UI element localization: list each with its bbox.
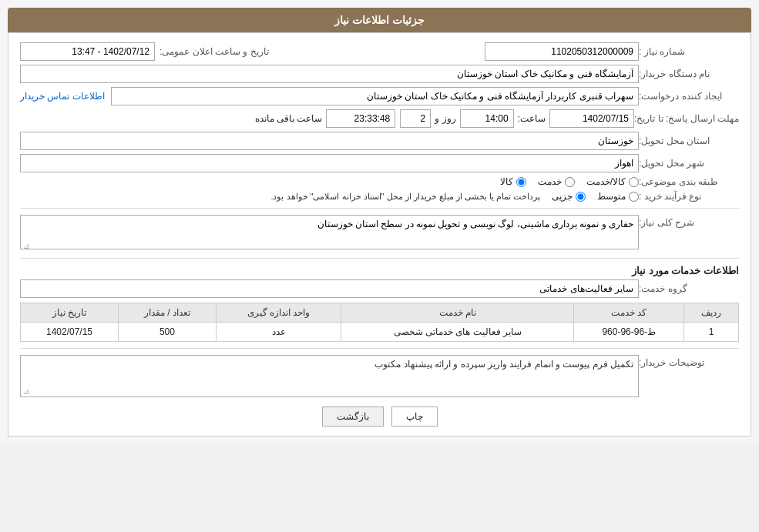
response-deadline-label: مهلت ارسال پاسخ: تا تاریخ:	[634, 113, 739, 124]
services-table: ردیف کد خدمت نام خدمت واحد اندازه گیری ت…	[20, 303, 739, 342]
divider-2	[20, 258, 739, 259]
response-days-label: روز و	[435, 113, 455, 124]
delivery-province-label: استان محل تحویل:	[639, 136, 739, 146]
requester-row: ایجاد کننده درخواست: اطلاعات تماس خریدار	[20, 87, 739, 105]
print-button[interactable]: چاپ	[391, 407, 438, 427]
delivery-city-label: شهر محل تحویل:	[639, 158, 739, 169]
table-cell-qty: 500	[118, 323, 216, 342]
response-time-input[interactable]	[460, 109, 514, 128]
announce-datetime-label: تاریخ و ساعت اعلان عمومی:	[160, 46, 269, 57]
buyer-desc-content: تکمیل فرم پیوست و انمام فرایند واریز سپر…	[20, 355, 639, 397]
buyer-org-row: نام دستگاه خریدار:	[20, 65, 739, 83]
divider-3	[20, 348, 739, 349]
table-cell-row: 1	[684, 323, 739, 342]
table-cell-date: 1402/07/15	[21, 323, 119, 342]
category-kala-khadamat-option[interactable]: کالا/خدمت	[586, 176, 639, 187]
back-button[interactable]: بازگشت	[322, 407, 384, 427]
service-group-row: گروه خدمت:	[20, 279, 739, 298]
need-number-label: شماره نیاز :	[639, 46, 739, 57]
requester-input[interactable]	[111, 87, 639, 105]
col-header-row: ردیف	[684, 303, 739, 323]
need-number-row: شماره نیاز : تاریخ و ساعت اعلان عمومی:	[20, 42, 739, 61]
response-remaining-label: ساعت باقی مانده	[255, 113, 323, 124]
table-cell-name: سایر فعالیت های خدماتی شخصی	[341, 323, 574, 342]
category-label: طبقه بندی موضوعی:	[639, 176, 739, 187]
buyer-org-input[interactable]	[20, 65, 639, 83]
description-textarea[interactable]	[20, 215, 639, 249]
response-time-label: ساعت:	[518, 113, 546, 124]
resize-handle-desc-icon: ⊿	[22, 388, 29, 396]
table-cell-unit: عدد	[216, 323, 341, 342]
category-khadamat-option[interactable]: خدمت	[538, 176, 575, 187]
description-label: شرح کلی نیاز:	[639, 215, 739, 228]
service-group-label: گروه خدمت:	[639, 283, 739, 294]
delivery-province-row: استان محل تحویل:	[20, 132, 739, 150]
purchase-type-note: پرداخت تمام یا بخشی از مبلغ خریدار از مح…	[270, 192, 540, 202]
category-kala-radio[interactable]	[516, 177, 526, 187]
purchase-motevaset-label: متوسط	[597, 191, 626, 202]
purchase-motevaset-option[interactable]: متوسط	[597, 191, 639, 202]
purchase-type-label: نوع فرآیند خرید :	[639, 191, 739, 202]
delivery-city-input[interactable]	[20, 154, 639, 172]
table-row: 1ط-96-96-960سایر فعالیت های خدماتی شخصیع…	[21, 323, 739, 342]
divider-1	[20, 208, 739, 209]
category-kala-label: کالا	[500, 176, 513, 187]
contact-info-link[interactable]: اطلاعات تماس خریدار	[20, 91, 105, 102]
col-header-name: نام خدمت	[341, 303, 574, 323]
response-days-input[interactable]	[400, 109, 431, 128]
category-khadamat-label: خدمت	[538, 176, 562, 187]
category-kala-khadamat-label: کالا/خدمت	[586, 176, 626, 187]
col-header-code: کد خدمت	[574, 303, 684, 323]
response-remaining-input[interactable]	[326, 109, 395, 128]
purchase-jazei-option[interactable]: جزیی	[552, 191, 586, 202]
buyer-desc-label: توضیحات خریدار:	[639, 355, 739, 368]
purchase-jazei-radio[interactable]	[576, 192, 586, 202]
requester-label: ایجاد کننده درخواست:	[639, 91, 739, 102]
services-section-title: اطلاعات خدمات مورد نیاز	[20, 265, 739, 276]
service-group-input[interactable]	[20, 279, 639, 298]
delivery-city-row: شهر محل تحویل:	[20, 154, 739, 172]
purchase-jazei-label: جزیی	[552, 191, 573, 202]
purchase-type-row: نوع فرآیند خرید : متوسط جزیی پرداخت تمام…	[20, 191, 739, 202]
resize-handle-icon: ⊿	[22, 243, 29, 250]
category-row: طبقه بندی موضوعی: کالا/خدمت خدمت کالا	[20, 176, 739, 187]
category-kala-option[interactable]: کالا	[500, 176, 526, 187]
button-row: چاپ بازگشت	[20, 407, 739, 427]
col-header-qty: تعداد / مقدار	[118, 303, 216, 323]
col-header-date: تاریخ نیاز	[21, 303, 119, 323]
need-number-input[interactable]	[485, 42, 639, 61]
purchase-type-radio-group: متوسط جزیی	[552, 191, 639, 202]
category-radio-group: کالا/خدمت خدمت کالا	[500, 176, 639, 187]
purchase-motevaset-radio[interactable]	[629, 192, 639, 202]
announce-datetime-input[interactable]	[20, 42, 155, 61]
response-date-input[interactable]	[549, 109, 634, 128]
main-content: شماره نیاز : تاریخ و ساعت اعلان عمومی: ن…	[8, 32, 751, 437]
delivery-province-input[interactable]	[20, 132, 639, 150]
category-khadamat-radio[interactable]	[565, 177, 575, 187]
description-row: شرح کلی نیاز: ⊿	[20, 215, 739, 252]
response-deadline-row: مهلت ارسال پاسخ: تا تاریخ: ساعت: روز و س…	[20, 109, 739, 128]
col-header-unit: واحد اندازه گیری	[216, 303, 341, 323]
page-header: جزئیات اطلاعات نیاز	[8, 8, 751, 32]
category-kala-khadamat-radio[interactable]	[629, 177, 639, 187]
table-cell-code: ط-96-96-960	[574, 323, 684, 342]
buyer-desc-row: توضیحات خریدار: تکمیل فرم پیوست و انمام …	[20, 355, 739, 397]
buyer-org-label: نام دستگاه خریدار:	[639, 69, 739, 79]
page-title: جزئیات اطلاعات نیاز	[334, 14, 425, 26]
